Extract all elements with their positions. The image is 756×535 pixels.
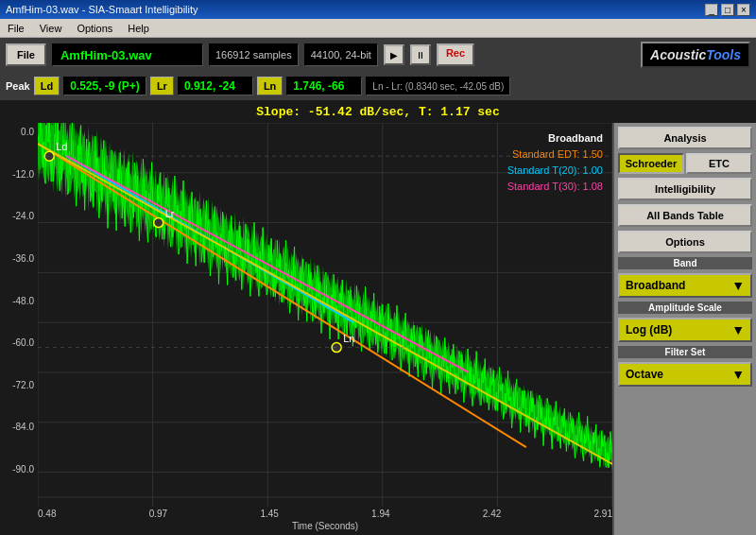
filename-display: AmfHim-03.wav	[52, 43, 203, 66]
filter-dropdown-arrow: ▼	[731, 367, 745, 382]
legend-broadband: Broadband	[507, 130, 603, 147]
menu-options[interactable]: Options	[69, 21, 120, 36]
window-controls[interactable]: _ □ ×	[705, 4, 750, 16]
legend-t20: Standard T(20): 1.00	[507, 163, 603, 179]
amplitude-value: Log (dB)	[626, 323, 672, 337]
x-label-3: 1.94	[371, 509, 389, 519]
file-button[interactable]: File	[6, 43, 46, 66]
y-label-4: -48.0	[0, 296, 38, 306]
minimize-btn[interactable]: _	[705, 4, 718, 16]
amplitude-section-label: Amplitude Scale	[618, 302, 752, 314]
intelligibility-btn[interactable]: Intelligibility	[618, 178, 752, 200]
ld-chip: Ld	[34, 77, 60, 95]
amplitude-dropdown-arrow: ▼	[731, 322, 745, 337]
schroeder-btn[interactable]: Schroeder	[618, 153, 684, 174]
x-label-2: 1.45	[260, 509, 278, 519]
band-dropdown[interactable]: Broadband ▼	[618, 273, 752, 298]
x-label-0: 0.48	[38, 509, 56, 519]
band-dropdown-arrow: ▼	[731, 278, 745, 293]
rec-button[interactable]: Rec	[437, 43, 474, 66]
svg-text:Ld: Ld	[56, 141, 67, 152]
toolbar: File AmfHim-03.wav 166912 samples 44100,…	[0, 38, 756, 72]
y-label-5: -60.0	[0, 337, 38, 348]
close-btn[interactable]: ×	[737, 4, 750, 16]
schroeder-row: Schroeder ETC	[618, 153, 752, 174]
content-area: 0.0 -12.0 -24.0 -36.0 -48.0 -60.0 -72.0 …	[0, 123, 756, 535]
peak-row: Peak Ld 0.525, -9 (P+) Lr 0.912, -24 Ln …	[0, 72, 756, 100]
samples-badge: 166912 samples	[209, 43, 299, 66]
x-label-1: 0.97	[149, 509, 167, 519]
band-value: Broadband	[626, 279, 685, 292]
window-title: AmfHim-03.wav - SIA-Smaart Intelligibili…	[6, 4, 198, 15]
filter-dropdown[interactable]: Octave ▼	[618, 362, 752, 387]
slope-row: Slope: -51.42 dB/sec, T: 1.17 sec	[0, 100, 756, 123]
title-bar: AmfHim-03.wav - SIA-Smaart Intelligibili…	[0, 0, 756, 19]
filter-section-label: Filter Set	[618, 346, 752, 358]
main-container: File AmfHim-03.wav 166912 samples 44100,…	[0, 38, 756, 535]
lr-value: 0.912, -24	[178, 77, 253, 95]
analysis-btn[interactable]: Analysis	[618, 127, 752, 149]
peak-label: Peak	[6, 80, 30, 92]
y-label-2: -24.0	[0, 211, 38, 221]
x-label-4: 2.42	[483, 509, 501, 519]
chart-legend: Broadband Standard EDT: 1.50 Standard T(…	[507, 130, 603, 195]
y-label-6: -72.0	[0, 380, 38, 390]
chart-area: 0.0 -12.0 -24.0 -36.0 -48.0 -60.0 -72.0 …	[0, 123, 612, 507]
x-axis-title: Time (Seconds)	[38, 521, 612, 531]
y-label-8: -90.0	[0, 464, 38, 475]
chart-container: 0.0 -12.0 -24.0 -36.0 -48.0 -60.0 -72.0 …	[0, 123, 612, 535]
logo: AcousticTools	[641, 42, 750, 68]
y-label-7: -84.0	[0, 422, 38, 432]
menu-bar: File View Options Help	[0, 19, 756, 38]
pause-btn[interactable]: ⏸	[410, 44, 431, 65]
play-btn[interactable]: ▶	[384, 44, 404, 65]
slope-text: Slope: -51.42 dB/sec, T: 1.17 sec	[256, 105, 499, 119]
ln-chip: Ln	[257, 77, 283, 95]
right-panel: Analysis Schroeder ETC Intelligibility A…	[612, 123, 756, 535]
ld-value: 0.525, -9 (P+)	[63, 77, 146, 95]
y-label-0: 0.0	[0, 127, 38, 137]
x-labels: 0.48 0.97 1.45 1.94 2.42 2.91	[38, 507, 612, 519]
ln-value: 1.746, -66	[286, 77, 362, 95]
svg-point-23	[154, 218, 163, 228]
ln-info: Ln - Lr: (0.8340 sec, -42.05 dB)	[366, 77, 510, 95]
legend-t30: Standard T(30): 1.08	[507, 179, 603, 195]
logo-tools: Tools	[706, 47, 741, 62]
y-label-3: -36.0	[0, 253, 38, 264]
svg-text:Ln: Ln	[343, 333, 354, 344]
lr-chip: Lr	[150, 77, 174, 95]
y-label-1: -12.0	[0, 169, 38, 180]
menu-file[interactable]: File	[0, 21, 32, 36]
svg-text:Lr: Lr	[165, 208, 175, 219]
all-bands-btn[interactable]: All Bands Table	[618, 204, 752, 227]
filter-value: Octave	[626, 368, 663, 381]
band-section-label: Band	[618, 257, 752, 269]
legend-edt: Standard EDT: 1.50	[507, 147, 603, 163]
menu-help[interactable]: Help	[120, 21, 157, 36]
format-badge: 44100, 24-bit	[304, 43, 378, 66]
y-axis: 0.0 -12.0 -24.0 -36.0 -48.0 -60.0 -72.0 …	[0, 123, 38, 478]
amplitude-dropdown[interactable]: Log (dB) ▼	[618, 318, 752, 342]
x-label-5: 2.91	[594, 509, 612, 519]
etc-btn[interactable]: ETC	[686, 153, 752, 174]
x-axis: 0.48 0.97 1.45 1.94 2.42 2.91 Time (Seco…	[38, 507, 612, 535]
maximize-btn[interactable]: □	[721, 4, 734, 16]
menu-view[interactable]: View	[32, 21, 70, 36]
options-btn[interactable]: Options	[618, 231, 752, 253]
logo-acoustic: Acoustic	[650, 47, 706, 62]
